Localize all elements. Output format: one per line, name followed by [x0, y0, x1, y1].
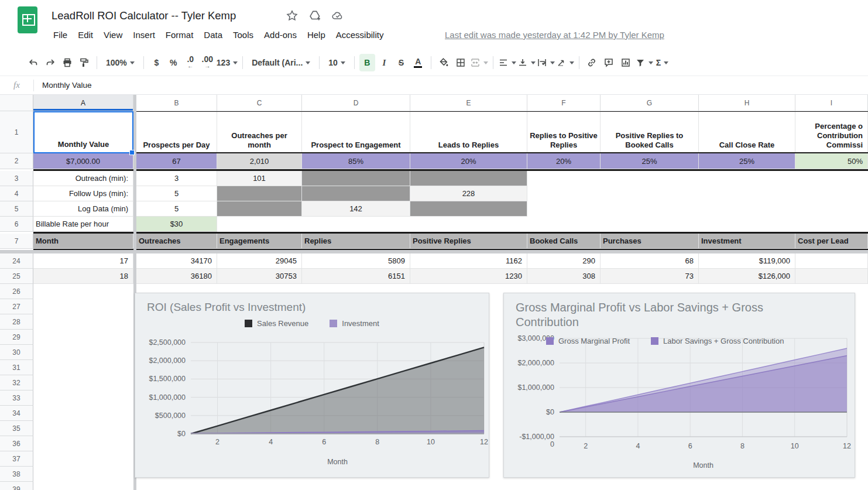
- strikethrough-button[interactable]: S: [393, 54, 409, 71]
- cell-A1[interactable]: Monthly Value: [33, 111, 133, 153]
- more-formats-button[interactable]: 123: [217, 54, 238, 71]
- menu-insert[interactable]: Insert: [128, 28, 160, 42]
- menu-accessibility[interactable]: Accessibility: [331, 28, 389, 42]
- cell-E7[interactable]: Positive Replies: [410, 234, 527, 249]
- menu-file[interactable]: File: [48, 28, 73, 42]
- row-header-5[interactable]: 5: [0, 201, 33, 217]
- cell-A25[interactable]: 18: [33, 269, 133, 284]
- menu-tools[interactable]: Tools: [228, 28, 259, 42]
- insert-link-button[interactable]: [584, 54, 600, 71]
- menu-format[interactable]: Format: [160, 28, 199, 42]
- cell-D1[interactable]: Prospect to Engagement: [302, 111, 410, 153]
- menu-data[interactable]: Data: [198, 28, 228, 42]
- print-button[interactable]: [59, 54, 75, 71]
- borders-button[interactable]: [453, 54, 469, 71]
- column-header-B[interactable]: B: [136, 95, 217, 111]
- horizontal-align-button[interactable]: [498, 54, 516, 71]
- row-header-24[interactable]: 24: [0, 253, 33, 269]
- legend-item[interactable]: Sales Revenue: [245, 319, 308, 328]
- cell-D24[interactable]: 5809: [302, 253, 410, 269]
- cell-C1[interactable]: Outreaches per month: [217, 111, 302, 153]
- row-header-33[interactable]: 33: [0, 390, 33, 406]
- merge-cells-button[interactable]: [470, 54, 488, 71]
- column-header-D[interactable]: D: [302, 95, 410, 111]
- undo-button[interactable]: [25, 54, 41, 71]
- cell-G1[interactable]: Positive Replies to Booked Calls: [601, 111, 699, 153]
- cell-C4[interactable]: [217, 186, 302, 201]
- cell-H7[interactable]: Investment: [699, 234, 795, 249]
- cell-B25[interactable]: 36180: [136, 269, 217, 284]
- last-edit-link[interactable]: Last edit was made yesterday at 1:42 PM …: [445, 30, 664, 40]
- cell-F2[interactable]: 20%: [527, 153, 601, 169]
- frozen-rows-divider[interactable]: [0, 250, 868, 253]
- cell-G7[interactable]: Purchases: [601, 234, 699, 249]
- cell-B6[interactable]: $30: [136, 217, 217, 232]
- bold-button[interactable]: B: [359, 54, 375, 71]
- cell-E5[interactable]: [410, 201, 527, 217]
- column-header-H[interactable]: H: [699, 95, 795, 111]
- cell-A7[interactable]: Month: [33, 234, 133, 249]
- cell-H1[interactable]: Call Close Rate: [699, 111, 795, 153]
- cell-B4[interactable]: 5: [136, 186, 217, 201]
- column-header-F[interactable]: F: [527, 95, 601, 111]
- row-header-37[interactable]: 37: [0, 451, 33, 467]
- column-header-A[interactable]: A: [33, 95, 133, 111]
- row-header-31[interactable]: 31: [0, 360, 33, 375]
- row-header-1[interactable]: 1: [0, 111, 33, 153]
- row-header-4[interactable]: 4: [0, 186, 33, 201]
- cell-B2[interactable]: 67: [136, 153, 217, 169]
- text-color-button[interactable]: A: [410, 54, 426, 71]
- cell-A2[interactable]: $7,000.00: [33, 153, 133, 169]
- cell-B1[interactable]: Prospects per Day: [136, 111, 217, 153]
- cell-D3[interactable]: [302, 171, 410, 186]
- cell-A5[interactable]: Log Data (min): [33, 201, 133, 217]
- document-title[interactable]: LeadRoll ROI Calculator -- Tyler Kemp: [52, 9, 236, 22]
- cell-A6[interactable]: Billable Rate per hour: [33, 217, 133, 232]
- cloud-check-icon[interactable]: [331, 9, 344, 22]
- row-header-28[interactable]: 28: [0, 314, 33, 330]
- row-header-27[interactable]: 27: [0, 299, 33, 314]
- redo-button[interactable]: [42, 54, 58, 71]
- cell-E25[interactable]: 1230: [410, 269, 527, 284]
- cell-D7[interactable]: Replies: [302, 234, 410, 249]
- cell-A4[interactable]: Follow Ups (min):: [33, 186, 133, 201]
- column-header-C[interactable]: C: [217, 95, 302, 111]
- cell-C3[interactable]: 101: [217, 171, 302, 186]
- cell-B24[interactable]: 34170: [136, 253, 217, 269]
- insert-comment-button[interactable]: [601, 54, 617, 71]
- functions-button[interactable]: Σ: [654, 54, 670, 71]
- percent-format-button[interactable]: %: [166, 54, 181, 71]
- cell-C7[interactable]: Engagements: [217, 234, 302, 249]
- row-header-25[interactable]: 25: [0, 269, 33, 284]
- grid-corner[interactable]: [0, 95, 33, 111]
- create-filter-button[interactable]: [635, 54, 653, 71]
- cell-E4[interactable]: 228: [410, 186, 527, 201]
- row-header-2[interactable]: 2: [0, 153, 33, 169]
- menu-help[interactable]: Help: [302, 28, 331, 42]
- legend-item[interactable]: Investment: [330, 319, 379, 328]
- menu-addons[interactable]: Add-ons: [259, 28, 302, 42]
- decrease-decimals-button[interactable]: .0←: [183, 54, 198, 71]
- legend-item[interactable]: Labor Savings + Gross Contribution: [651, 337, 784, 345]
- cell-H25[interactable]: $126,000: [699, 269, 795, 284]
- row-header-30[interactable]: 30: [0, 345, 33, 360]
- cell-B5[interactable]: 5: [136, 201, 217, 217]
- row-header-29[interactable]: 29: [0, 330, 33, 345]
- cell-G24[interactable]: 68: [601, 253, 699, 269]
- cell-D2[interactable]: 85%: [302, 153, 410, 169]
- text-wrap-button[interactable]: [537, 54, 555, 71]
- cell-I1[interactable]: Percentage o Contribution Commissi: [795, 111, 868, 153]
- row-header-7[interactable]: 7: [0, 234, 33, 249]
- cell-F7[interactable]: Booked Calls: [527, 234, 601, 249]
- menu-view[interactable]: View: [98, 28, 128, 42]
- drive-shortcut-icon[interactable]: [308, 9, 321, 22]
- cell-C5[interactable]: [217, 201, 302, 217]
- row-header-32[interactable]: 32: [0, 375, 33, 390]
- zoom-select[interactable]: 100%: [102, 54, 139, 71]
- menu-edit[interactable]: Edit: [73, 28, 98, 42]
- vertical-align-button[interactable]: [517, 54, 536, 71]
- cell-F25[interactable]: 308: [527, 269, 601, 284]
- cell-G2[interactable]: 25%: [601, 153, 699, 169]
- row-header-38[interactable]: 38: [0, 467, 33, 482]
- italic-button[interactable]: I: [376, 54, 392, 71]
